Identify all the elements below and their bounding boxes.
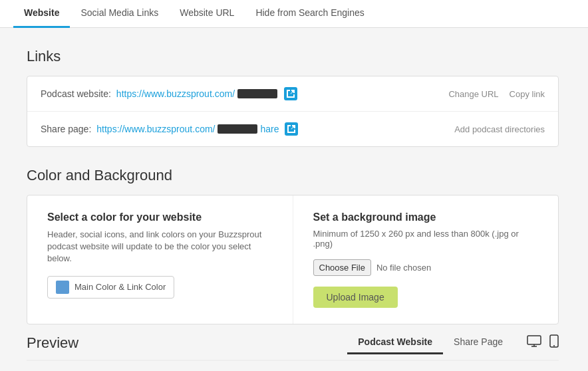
tab-podcast-website[interactable]: Podcast Website xyxy=(347,331,443,354)
podcast-url[interactable]: https://www.buzzsprout.com/ xyxy=(116,88,235,99)
preview-header: Preview Podcast Website Share Page xyxy=(27,331,559,361)
preview-icons xyxy=(527,334,559,351)
color-swatch-preview xyxy=(56,281,69,294)
add-directories-button[interactable]: Add podcast directories xyxy=(454,124,545,134)
svg-rect-0 xyxy=(527,336,541,344)
share-label: Share page: xyxy=(41,124,91,134)
color-bg-card: Select a color for your website Header, … xyxy=(27,195,559,324)
color-left-panel: Select a color for your website Header, … xyxy=(27,195,293,324)
tab-share-page[interactable]: Share Page xyxy=(443,331,514,354)
podcast-actions: Change URL Copy link xyxy=(448,89,545,99)
nav-social-media[interactable]: Social Media Links xyxy=(70,0,169,28)
change-url-button[interactable]: Change URL xyxy=(448,89,498,99)
share-link-row: Share page: https://www.buzzsprout.com/h… xyxy=(27,112,558,146)
nav-website[interactable]: Website xyxy=(13,0,70,28)
podcast-link-left: Podcast website: https://www.buzzsprout.… xyxy=(41,87,297,100)
preview-heading: Preview xyxy=(27,334,78,352)
share-actions: Add podcast directories xyxy=(454,124,545,134)
podcast-label: Podcast website: xyxy=(41,88,111,99)
share-url-redacted xyxy=(218,124,257,134)
color-swatch-button[interactable]: Main Color & Link Color xyxy=(47,276,174,299)
color-title: Select a color for your website xyxy=(47,211,273,223)
desktop-icon[interactable] xyxy=(527,335,541,350)
share-url[interactable]: https://www.buzzsprout.com/ xyxy=(96,124,215,134)
file-input-row: Choose File No file chosen xyxy=(313,259,539,276)
share-external-link-icon[interactable] xyxy=(285,122,298,136)
color-bg-heading: Color and Background xyxy=(27,167,559,184)
top-nav: Website Social Media Links Website URL H… xyxy=(0,0,588,28)
preview-section: Preview Podcast Website Share Page xyxy=(27,331,559,361)
links-heading: Links xyxy=(27,48,559,65)
svg-point-4 xyxy=(553,345,555,346)
nav-hide-search[interactable]: Hide from Search Engines xyxy=(245,0,374,28)
bg-title: Set a background image xyxy=(313,211,539,223)
mobile-icon[interactable] xyxy=(549,334,559,351)
bg-desc: Minimum of 1250 x 260 px and less than 8… xyxy=(313,229,539,249)
podcast-url-redacted xyxy=(237,89,277,98)
color-right-panel: Set a background image Minimum of 1250 x… xyxy=(293,195,559,324)
share-url-suffix[interactable]: hare xyxy=(260,124,279,134)
share-link-left: Share page: https://www.buzzsprout.com/h… xyxy=(41,122,298,136)
podcast-link-row: Podcast website: https://www.buzzsprout.… xyxy=(27,76,558,112)
podcast-external-link-icon[interactable] xyxy=(284,87,297,100)
nav-website-url[interactable]: Website URL xyxy=(169,0,245,28)
color-desc: Header, social icons, and link colors on… xyxy=(47,229,273,265)
upload-image-button[interactable]: Upload Image xyxy=(313,287,398,308)
copy-link-button[interactable]: Copy link xyxy=(510,89,545,99)
main-content: Links Podcast website: https://www.buzzs… xyxy=(0,28,585,371)
choose-file-button[interactable]: Choose File xyxy=(313,259,371,276)
preview-tabs: Podcast Website Share Page xyxy=(347,331,514,354)
no-file-text: No file chosen xyxy=(376,263,431,273)
color-btn-label: Main Color & Link Color xyxy=(74,282,166,292)
links-card: Podcast website: https://www.buzzsprout.… xyxy=(27,76,559,147)
